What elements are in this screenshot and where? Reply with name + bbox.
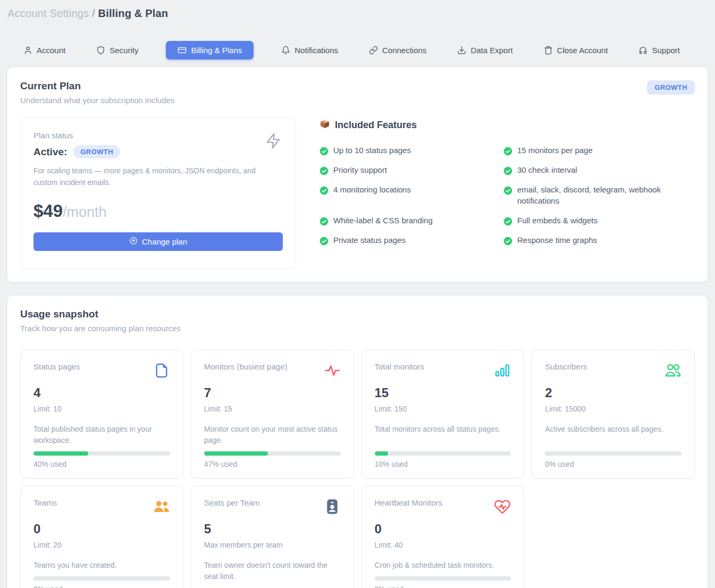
usage-percent-label: 0% used — [375, 585, 511, 588]
plan-description: For scaling teams — more pages & monitor… — [33, 165, 257, 188]
tab-support[interactable]: Support — [635, 41, 683, 60]
usage-card-value: 15 — [375, 385, 511, 400]
usage-card-value: 0 — [33, 522, 170, 536]
tab-billing-plans[interactable]: Billing & Plans — [166, 41, 254, 60]
usage-card-total-monitors: Total monitors 15 Limit: 150 Total monit… — [361, 350, 525, 478]
usage-percent-label: 0% used — [545, 460, 682, 468]
usage-card-limit: Limit: 40 — [375, 541, 511, 549]
usage-card-limit: Limit: 10 — [33, 405, 170, 413]
usage-card-limit: Max members per team — [204, 541, 341, 549]
breadcrumb-current: Billing & Plan — [98, 7, 169, 19]
breadcrumb-separator: / — [92, 7, 95, 19]
usage-card-subscribers: Subscribers 2 Limit: 15000 Active subscr… — [532, 350, 695, 478]
feature-item: Private status pages — [319, 234, 503, 246]
feature-item: 15 monitors per page — [503, 145, 695, 156]
usage-card-title: Total monitors — [375, 362, 424, 371]
usage-progress-track — [33, 451, 170, 456]
usage-card-title: Teams — [33, 498, 57, 507]
feature-label: Up to 10 status pages — [333, 145, 411, 156]
check-circle-icon — [319, 216, 329, 225]
usage-percent-label: 40% used — [33, 460, 170, 468]
usage-card-description: Active subscribers across all pages. — [545, 424, 682, 446]
usage-snapshot-card: Usage snapshot Track how you are consumi… — [7, 295, 708, 588]
tab-label: Support — [652, 46, 680, 55]
usage-card-description: Teams you have created. — [33, 560, 170, 571]
plan-price: $49/month — [33, 201, 283, 221]
arrow-up-circle-icon — [129, 237, 138, 247]
usage-card-limit: Limit: 15000 — [545, 405, 682, 413]
usage-card-monitors-busiest-page: Monitors (busiest page) 7 Limit: 15 Moni… — [191, 350, 354, 478]
usage-progress-fill — [33, 451, 88, 456]
check-circle-icon — [503, 185, 512, 194]
lightning-icon — [265, 132, 282, 152]
plan-price-amount: $49 — [33, 201, 63, 221]
tab-label: Close Account — [557, 46, 608, 55]
person-icon — [23, 46, 32, 55]
usage-percent-label: 47% used — [204, 460, 341, 468]
feature-label: Private status pages — [333, 234, 406, 246]
usage-subtitle: Track how you are consuming plan resourc… — [20, 324, 695, 333]
usage-title: Usage snapshot — [20, 308, 695, 320]
usage-card-description: Cron job & scheduled task monitors. — [375, 560, 511, 571]
check-circle-icon — [503, 236, 512, 245]
check-circle-icon — [503, 146, 512, 155]
tab-label: Account — [37, 46, 65, 55]
included-features: Included Features Up to 10 status pages1… — [319, 117, 695, 269]
feature-item: Up to 10 status pages — [319, 145, 503, 156]
change-plan-button[interactable]: Change plan — [33, 232, 283, 251]
feature-item: Full embeds & widgets — [503, 215, 695, 226]
usage-card-value: 7 — [204, 385, 341, 400]
feature-item: email, slack, discord, telegram, webhook… — [503, 184, 695, 207]
tab-security[interactable]: Security — [93, 41, 141, 60]
current-plan-subtitle: Understand what your subscription includ… — [20, 96, 174, 105]
feature-item: Priority support — [319, 164, 503, 176]
usage-card-title: Monitors (busiest page) — [204, 362, 288, 371]
feature-item: Response time graphs — [503, 234, 695, 246]
usage-card-title: Subscribers — [545, 362, 587, 371]
feature-label: Full embeds & widgets — [517, 215, 598, 226]
tab-close-account[interactable]: Close Account — [541, 41, 611, 60]
credit-card-icon — [178, 46, 187, 55]
breadcrumb-section[interactable]: Account Settings — [7, 7, 89, 19]
heart-pulse-icon — [494, 498, 511, 517]
id-badge-icon — [324, 498, 341, 517]
tab-notifications[interactable]: Notifications — [278, 41, 341, 60]
users-outline-icon — [664, 362, 682, 381]
tab-label: Security — [110, 46, 138, 55]
tab-connections[interactable]: Connections — [366, 41, 430, 60]
usage-card-title: Heartbeat Monitors — [375, 498, 443, 507]
download-icon — [457, 46, 466, 55]
feature-label: 4 monitoring locations — [333, 184, 411, 196]
tab-label: Notifications — [295, 46, 338, 55]
usage-card-status-pages: Status pages 4 Limit: 10 Total published… — [20, 350, 183, 478]
plan-price-period: /month — [63, 204, 107, 220]
usage-card-teams: Teams 0 Limit: 20 Teams you have created… — [20, 486, 183, 588]
tab-data-export[interactable]: Data Export — [454, 41, 516, 60]
usage-card-seats-per-team: Seats per Team 5 Max members per team Te… — [191, 486, 354, 588]
plan-status-card: Plan status Active: GROWTH For scaling t… — [20, 117, 296, 269]
usage-card-value: 2 — [545, 385, 682, 400]
tab-account[interactable]: Account — [20, 41, 69, 60]
feature-label: email, slack, discord, telegram, webhook… — [517, 184, 684, 207]
change-plan-label: Change plan — [142, 237, 187, 246]
usage-progress-track — [545, 451, 682, 456]
check-circle-icon — [503, 216, 512, 225]
usage-card-heartbeat-monitors: Heartbeat Monitors 0 Limit: 40 Cron job … — [361, 486, 525, 588]
feature-label: Priority support — [333, 164, 387, 176]
usage-card-description: Total monitors across all status pages. — [375, 424, 511, 446]
usage-progress-track — [33, 576, 170, 581]
usage-card-value: 5 — [204, 522, 341, 536]
usage-grid-row2: Teams 0 Limit: 20 Teams you have created… — [20, 486, 695, 588]
feature-item: White-label & CSS branding — [319, 215, 503, 226]
usage-card-description: Total published status pages in your wor… — [33, 424, 170, 446]
usage-progress-track — [375, 576, 511, 581]
usage-card-title: Status pages — [33, 362, 80, 371]
usage-card-limit: Limit: 15 — [204, 405, 341, 413]
file-icon — [153, 362, 170, 381]
breadcrumb: Account Settings / Billing & Plan — [7, 0, 708, 20]
usage-card-value: 4 — [33, 385, 170, 400]
feature-item: 4 monitoring locations — [319, 184, 503, 207]
check-circle-icon — [319, 185, 329, 194]
current-plan-title: Current Plan — [20, 80, 174, 92]
usage-percent-label: 0% used — [33, 585, 170, 588]
